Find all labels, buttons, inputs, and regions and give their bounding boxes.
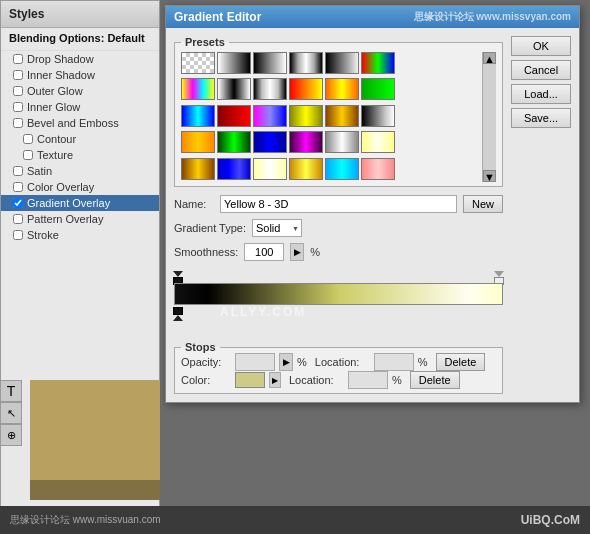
scroll-up-arrow[interactable]: ▲ [483,52,496,64]
gradient-overlay-checkbox[interactable] [13,198,23,208]
opacity-label: Opacity: [181,356,231,368]
preset-item[interactable] [325,105,359,127]
smoothness-input[interactable] [244,243,284,261]
preset-item[interactable] [361,52,395,74]
sidebar-item-inner-glow[interactable]: Inner Glow [1,99,159,115]
preset-item[interactable] [289,78,323,100]
sidebar-item-color-overlay[interactable]: Color Overlay [1,179,159,195]
sidebar-item-stroke[interactable]: Stroke [1,227,159,243]
color-swatch[interactable] [235,372,265,388]
opacity-percent: % [297,356,307,368]
preset-item[interactable] [289,131,323,153]
sidebar-item-bevel-emboss[interactable]: Bevel and Emboss [1,115,159,131]
preset-item[interactable] [325,78,359,100]
preset-item[interactable] [289,52,323,74]
smoothness-stepper[interactable]: ▶ [290,243,304,261]
pattern-overlay-label: Pattern Overlay [27,213,103,225]
preset-item[interactable] [361,131,395,153]
sidebar-item-satin[interactable]: Satin [1,163,159,179]
opacity-delete-button[interactable]: Delete [436,353,486,371]
preset-item[interactable] [325,131,359,153]
gradient-type-label: Gradient Type: [174,222,246,234]
zoom-tool[interactable]: ⊕ [0,424,22,446]
outer-glow-checkbox[interactable] [13,86,23,96]
gradient-bar[interactable] [174,283,503,305]
preset-item[interactable] [253,158,287,180]
preset-item[interactable] [325,52,359,74]
name-input[interactable] [220,195,457,213]
preset-item[interactable] [289,158,323,180]
opacity-stepper[interactable]: ▶ [279,353,293,371]
sidebar-item-texture[interactable]: Texture [1,147,159,163]
pattern-overlay-checkbox[interactable] [13,214,23,224]
sidebar-item-drop-shadow[interactable]: Drop Shadow [1,51,159,67]
arrow-tool[interactable]: ↖ [0,402,22,424]
cancel-button[interactable]: Cancel [511,60,571,80]
preset-item[interactable] [181,131,215,153]
gradient-type-select[interactable]: Solid Noise [252,219,302,237]
inner-glow-label: Inner Glow [27,101,80,113]
preset-item[interactable] [217,105,251,127]
sidebar-item-gradient-overlay[interactable]: Gradient Overlay [1,195,159,211]
preset-item[interactable] [253,105,287,127]
color-location-percent: % [392,374,402,386]
preset-item[interactable] [181,105,215,127]
title-watermark: 思缘设计论坛 www.missvyan.com [414,10,571,24]
sidebar-item-outer-glow[interactable]: Outer Glow [1,83,159,99]
preset-item[interactable] [361,78,395,100]
ok-button[interactable]: OK [511,36,571,56]
preset-item[interactable] [253,131,287,153]
presets-scrollbar[interactable]: ▲ ▼ [482,52,496,182]
preset-item[interactable] [181,52,215,74]
stroke-checkbox[interactable] [13,230,23,240]
dialog-content: Presets [166,28,579,402]
sidebar-item-contour[interactable]: Contour [1,131,159,147]
dialog-title: Gradient Editor [174,10,261,24]
texture-label: Texture [37,149,73,161]
inner-shadow-label: Inner Shadow [27,69,95,81]
gradient-type-row: Gradient Type: Solid Noise [174,219,503,237]
preset-item[interactable] [217,78,251,100]
preset-item[interactable] [253,78,287,100]
blending-options-section[interactable]: Blending Options: Default [1,28,159,51]
color-location-input[interactable] [348,371,388,389]
drop-shadow-checkbox[interactable] [13,54,23,64]
gradient-type-select-wrapper: Solid Noise [252,219,302,237]
bevel-emboss-checkbox[interactable] [13,118,23,128]
color-stop-left[interactable] [173,307,183,321]
preset-item[interactable] [181,158,215,180]
gradient-bar-outer [174,269,503,321]
dialog-buttons: OK Cancel Load... Save... [511,36,571,394]
opacity-input[interactable] [235,353,275,371]
bottom-bar: 思缘设计论坛 www.missvuan.com UiBQ.CoM [0,506,590,534]
scroll-down-arrow[interactable]: ▼ [483,170,496,182]
preset-item[interactable] [217,158,251,180]
preset-item[interactable] [217,131,251,153]
inner-glow-checkbox[interactable] [13,102,23,112]
preset-item[interactable] [181,78,215,100]
preset-item[interactable] [361,158,395,180]
blending-options-label: Blending Options: Default [9,32,151,44]
color-delete-button[interactable]: Delete [410,371,460,389]
opacity-stops-row [174,269,503,283]
satin-checkbox[interactable] [13,166,23,176]
preset-item[interactable] [325,158,359,180]
dialog-main: Presets [174,36,503,394]
opacity-location-input[interactable] [374,353,414,371]
color-arrow[interactable]: ▶ [269,372,281,388]
preset-item[interactable] [217,52,251,74]
texture-checkbox[interactable] [23,150,33,160]
load-button[interactable]: Load... [511,84,571,104]
preset-item[interactable] [289,105,323,127]
contour-label: Contour [37,133,76,145]
new-button[interactable]: New [463,195,503,213]
color-overlay-checkbox[interactable] [13,182,23,192]
contour-checkbox[interactable] [23,134,33,144]
inner-shadow-checkbox[interactable] [13,70,23,80]
save-button[interactable]: Save... [511,108,571,128]
text-tool[interactable]: T [0,380,22,402]
sidebar-item-pattern-overlay[interactable]: Pattern Overlay [1,211,159,227]
sidebar-item-inner-shadow[interactable]: Inner Shadow [1,67,159,83]
preset-item[interactable] [361,105,395,127]
preset-item[interactable] [253,52,287,74]
